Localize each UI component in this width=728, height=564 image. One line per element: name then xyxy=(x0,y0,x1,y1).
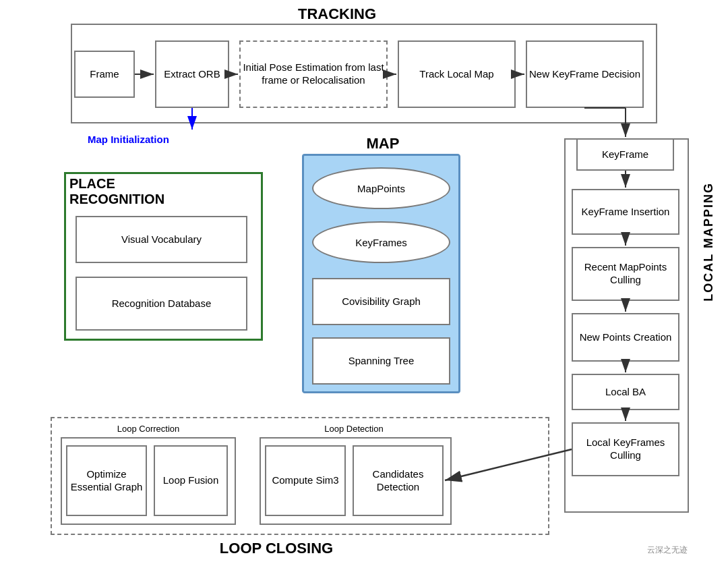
new-points-creation-box: New Points Creation xyxy=(572,313,679,362)
compute-sim3-box: Compute Sim3 xyxy=(265,445,346,516)
tracking-label: TRACKING xyxy=(270,5,404,23)
map-label: MAP xyxy=(322,135,444,152)
recent-mappoints-culling-box: Recent MapPoints Culling xyxy=(572,247,679,301)
extract-orb-box: Extract ORB xyxy=(155,40,229,108)
loop-fusion-box: Loop Fusion xyxy=(154,445,228,516)
keyframe-insertion-box: KeyFrame Insertion xyxy=(572,189,679,235)
keyframes-oval: KeyFrames xyxy=(312,221,450,263)
loop-closing-label: LOOP CLOSING xyxy=(189,540,364,557)
diagram: TRACKING Frame Extract ORB Initial Pose … xyxy=(0,0,728,564)
recognition-database-box: Recognition Database xyxy=(75,277,247,331)
mappoints-oval: MapPoints xyxy=(312,167,450,209)
frame-box: Frame xyxy=(74,51,135,98)
local-keyframes-culling-box: Local KeyFrames Culling xyxy=(572,422,679,476)
local-mapping-label: LOCAL MAPPING xyxy=(702,182,716,302)
new-keyframe-decision-box: New KeyFrame Decision xyxy=(526,40,644,108)
spanning-tree-box: Spanning Tree xyxy=(312,337,450,385)
keyframe-box: KeyFrame xyxy=(576,138,674,171)
track-local-map-box: Track Local Map xyxy=(398,40,516,108)
loop-detection-label: Loop Detection xyxy=(260,424,448,434)
map-initialization-label: Map Initialization xyxy=(88,134,236,145)
visual-vocabulary-box: Visual Vocabulary xyxy=(75,216,247,263)
covisibility-graph-box: Covisibility Graph xyxy=(312,278,450,325)
watermark: 云深之无迹 xyxy=(647,544,688,556)
optimize-essential-graph-box: Optimize Essential Graph xyxy=(66,445,147,516)
local-ba-box: Local BA xyxy=(572,374,679,410)
candidates-detection-box: Candidates Detection xyxy=(353,445,444,516)
initial-pose-box: Initial Pose Estimation from last frame … xyxy=(239,40,388,108)
loop-correction-label: Loop Correction xyxy=(64,424,233,434)
